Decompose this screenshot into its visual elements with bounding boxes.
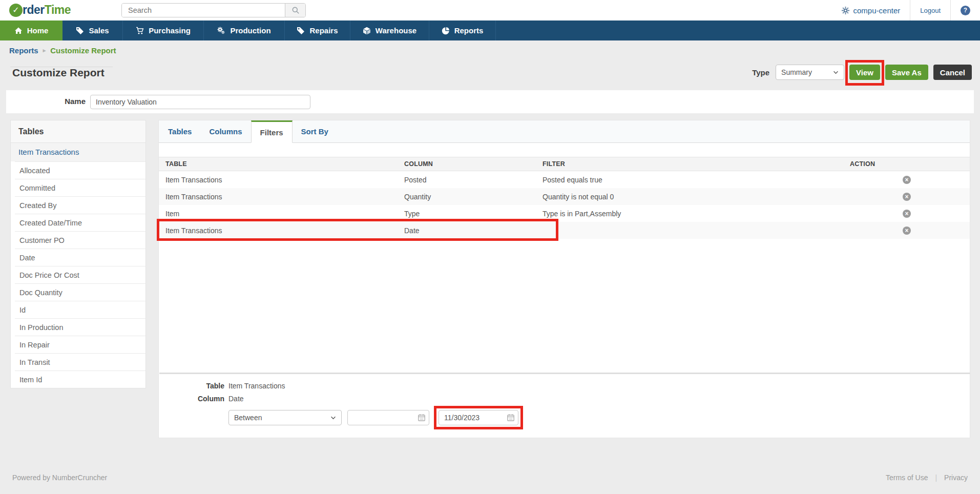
sidebar-item-in-repair[interactable]: In Repair — [15, 336, 145, 353]
footer-link-divider: | — [935, 474, 937, 482]
nav-warehouse[interactable]: Warehouse — [350, 20, 429, 40]
report-editor-panel: Tables Columns Filters Sort By TABLE COL… — [158, 120, 970, 438]
tab-bar: Tables Columns Filters Sort By — [159, 120, 970, 143]
sidebar-item-created-date-time[interactable]: Created Date/Time — [15, 214, 145, 231]
cell-table: Item — [159, 210, 404, 218]
top-bar: ✓rderTime compu-center Logout ? — [0, 0, 980, 20]
search-icon — [291, 6, 300, 14]
cube-icon — [363, 27, 371, 35]
save-as-button[interactable]: Save As — [885, 65, 928, 80]
sidebar-item-id[interactable]: Id — [15, 301, 145, 318]
name-label: Name — [57, 97, 86, 106]
brand-text-time: Time — [45, 3, 71, 17]
report-name-input[interactable] — [90, 95, 310, 109]
filter-row-selected[interactable]: Item Transactions Date × — [159, 222, 970, 239]
sidebar-item-item-transactions[interactable]: Item Transactions — [11, 143, 145, 161]
terms-of-use-link[interactable]: Terms of Use — [886, 474, 928, 482]
nav-reports[interactable]: Reports — [429, 20, 496, 40]
tab-tables[interactable]: Tables — [159, 120, 200, 142]
tab-columns[interactable]: Columns — [200, 120, 251, 142]
nav-purchasing-label: Purchasing — [149, 26, 191, 35]
brand-logo[interactable]: ✓rderTime — [9, 3, 71, 17]
header-controls: Type Summary View Save As Cancel — [752, 65, 972, 80]
brand-check-icon: ✓ — [9, 4, 23, 17]
editor-controls: Between — [228, 410, 518, 425]
nav-repairs-label: Repairs — [309, 26, 338, 35]
filter-row: Item Transactions Quantity Quantity is n… — [159, 188, 970, 205]
logout-link[interactable]: Logout — [920, 7, 941, 14]
top-right-menu: compu-center Logout ? — [832, 0, 980, 20]
search-input[interactable] — [122, 4, 285, 17]
date-from-field — [347, 410, 429, 425]
cancel-button[interactable]: Cancel — [933, 65, 972, 80]
date-from-input[interactable] — [347, 410, 429, 425]
tables-sidebar: Tables Item Transactions Allocated Commi… — [10, 120, 146, 388]
tab-sort-by[interactable]: Sort By — [293, 120, 337, 142]
nav-home[interactable]: Home — [0, 20, 62, 40]
cell-column: Posted — [404, 176, 543, 184]
chevron-down-icon — [833, 71, 839, 74]
privacy-link[interactable]: Privacy — [944, 474, 968, 482]
sidebar-item-committed[interactable]: Committed — [15, 179, 145, 196]
help-icon[interactable]: ? — [961, 6, 970, 15]
filter-row: Item Transactions Posted Posted equals t… — [159, 171, 970, 188]
filter-row: Item Type Type is in Part,Assembly × — [159, 205, 970, 222]
filters-table: TABLE COLUMN FILTER ACTION Item Transact… — [159, 157, 970, 239]
editor-column-label: Column — [189, 395, 224, 403]
breadcrumb-reports-link[interactable]: Reports — [9, 46, 38, 55]
nav-production[interactable]: Production — [204, 20, 285, 40]
nav-repairs[interactable]: Repairs — [285, 20, 350, 40]
cell-filter: Quantity is not equal 0 — [543, 193, 850, 201]
remove-filter-icon[interactable]: × — [903, 193, 911, 201]
cell-column: Type — [404, 210, 543, 218]
editor-table-label: Table — [189, 382, 224, 390]
global-search — [121, 3, 306, 17]
sidebar-item-doc-price-or-cost[interactable]: Doc Price Or Cost — [15, 266, 145, 283]
nav-purchasing[interactable]: Purchasing — [123, 20, 204, 40]
header-filter: FILTER — [543, 160, 850, 168]
operator-select[interactable]: Between — [228, 410, 342, 425]
sidebar-item-customer-po[interactable]: Customer PO — [15, 231, 145, 249]
sidebar-item-allocated[interactable]: Allocated — [15, 161, 145, 179]
cell-table: Item Transactions — [159, 176, 404, 184]
sidebar-item-in-production[interactable]: In Production — [15, 318, 145, 336]
sidebar-item-date[interactable]: Date — [15, 249, 145, 266]
search-button[interactable] — [285, 4, 305, 17]
remove-filter-icon[interactable]: × — [903, 227, 911, 235]
gear-icon — [842, 7, 849, 14]
cell-action: × — [850, 227, 970, 235]
type-select[interactable]: Summary — [776, 65, 844, 80]
editor-column-value: Date — [228, 395, 518, 403]
type-label: Type — [752, 68, 769, 77]
remove-filter-icon[interactable]: × — [903, 176, 911, 184]
view-button[interactable]: View — [849, 65, 880, 80]
cell-table: Item Transactions — [159, 193, 404, 201]
footer-links: Terms of Use | Privacy — [886, 474, 968, 482]
main-nav: Home Sales Purchasing Production Repairs… — [0, 20, 980, 40]
sidebar-item-created-by[interactable]: Created By — [15, 196, 145, 214]
editor-divider — [159, 373, 970, 374]
logout-segment: Logout — [910, 0, 950, 20]
sidebar-list: Allocated Committed Created By Created D… — [15, 161, 145, 388]
header-table: TABLE — [159, 160, 404, 168]
home-icon — [14, 27, 23, 35]
chevron-down-icon — [330, 416, 336, 420]
help-segment: ? — [950, 0, 980, 20]
cell-table: Item Transactions — [159, 227, 404, 235]
header-action: ACTION — [850, 160, 970, 168]
calendar-icon[interactable] — [418, 414, 426, 422]
sidebar-item-in-transit[interactable]: In Transit — [15, 353, 145, 370]
nav-home-label: Home — [27, 26, 49, 35]
page-title: Customize Report — [12, 67, 105, 79]
header-column: COLUMN — [404, 160, 543, 168]
brand-text-order: rder — [23, 3, 45, 17]
tab-filters[interactable]: Filters — [251, 120, 293, 143]
sidebar-item-item-id[interactable]: Item Id — [15, 370, 145, 388]
calendar-icon[interactable] — [507, 414, 515, 422]
sidebar-item-doc-quantity[interactable]: Doc Quantity — [15, 283, 145, 301]
nav-sales[interactable]: Sales — [62, 20, 123, 40]
cell-action: × — [850, 210, 970, 218]
nav-reports-label: Reports — [454, 26, 484, 35]
account-settings-link[interactable]: compu-center — [832, 0, 910, 20]
remove-filter-icon[interactable]: × — [903, 210, 911, 218]
